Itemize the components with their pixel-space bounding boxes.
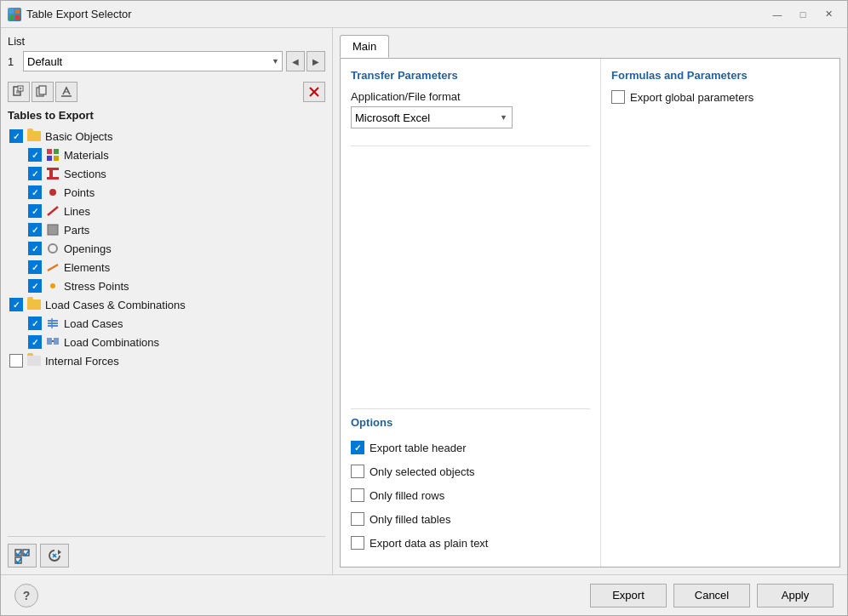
tree-item-elements[interactable]: Elements: [8, 258, 325, 277]
nav-next-button[interactable]: ▶: [307, 51, 325, 71]
checkbox-load-cases-comb[interactable]: [9, 298, 23, 311]
list-number: 1: [8, 55, 20, 68]
label-lines: Lines: [64, 205, 90, 218]
cb-export-global-params[interactable]: [611, 90, 625, 104]
app-format-label: Application/File format: [351, 90, 590, 103]
rename-button[interactable]: [55, 82, 77, 102]
svg-point-26: [49, 244, 57, 253]
icon-load-combinations: [45, 334, 60, 350]
main-window: Table Export Selector — □ ✕ List 1 Defau…: [0, 0, 848, 616]
cancel-button[interactable]: Cancel: [673, 584, 750, 607]
format-dropdown[interactable]: Microsoft Excel CSV Text: [351, 106, 513, 128]
icon-parts: [45, 222, 60, 237]
checkbox-lines[interactable]: [28, 204, 42, 218]
tree-item-load-combinations[interactable]: Load Combinations: [8, 333, 325, 351]
bottom-toolbar: [8, 536, 325, 568]
cb-only-selected-objects[interactable]: [351, 465, 364, 478]
tab-right: Formulas and Parameters Export global pa…: [601, 59, 839, 567]
checkbox-materials[interactable]: [28, 148, 42, 162]
apply-button[interactable]: Apply: [757, 584, 834, 607]
cb-export-table-header[interactable]: [351, 441, 364, 454]
svg-rect-3: [15, 15, 20, 20]
options-container: Options Export table header Only selecte…: [351, 408, 590, 556]
left-panel: List 1 Default ▼ ◀ ▶: [1, 28, 333, 574]
action-bar: ? Export Cancel Apply: [1, 574, 847, 615]
tree-item-parts[interactable]: Parts: [8, 220, 325, 239]
cb-only-filled-tables[interactable]: [351, 512, 364, 526]
label-sections: Sections: [64, 168, 106, 180]
duplicate-button[interactable]: [32, 82, 54, 102]
svg-rect-17: [54, 149, 59, 154]
tabs-row: Main: [340, 35, 840, 58]
tree-item-lines[interactable]: Lines: [8, 202, 325, 220]
svg-rect-2: [9, 15, 14, 20]
cb-export-plain-text[interactable]: [351, 536, 364, 550]
svg-rect-25: [48, 225, 58, 235]
tab-left: Transfer Parameters Application/File for…: [341, 59, 601, 567]
checkbox-load-combinations[interactable]: [28, 335, 42, 349]
svg-rect-22: [47, 177, 59, 180]
tables-label: Tables to Export: [8, 109, 325, 122]
tree-item-load-cases[interactable]: Load Cases: [8, 314, 325, 333]
label-load-cases: Load Cases: [64, 317, 123, 330]
list-row: 1 Default ▼ ◀ ▶: [8, 51, 325, 71]
label-export-table-header: Export table header: [370, 442, 466, 454]
checkbox-stress-points[interactable]: [28, 279, 42, 293]
tree-item-points[interactable]: Points: [8, 183, 325, 202]
toolbar-row: [8, 82, 325, 102]
checkbox-openings[interactable]: [28, 242, 42, 255]
svg-rect-11: [39, 86, 46, 94]
title-buttons: — □ ✕: [765, 6, 840, 23]
tree-item-openings[interactable]: Openings: [8, 239, 325, 258]
tree-item-stress-points[interactable]: Stress Points: [8, 277, 325, 295]
maximize-button[interactable]: □: [791, 6, 815, 23]
checkbox-load-cases[interactable]: [28, 317, 42, 330]
tree-item-sections[interactable]: Sections: [8, 164, 325, 183]
checkbox-points[interactable]: [28, 185, 42, 199]
help-button[interactable]: ?: [14, 584, 38, 607]
checkbox-internal-forces[interactable]: [9, 354, 23, 368]
svg-rect-31: [48, 322, 58, 324]
right-panel: Main Transfer Parameters Application/Fil…: [333, 28, 847, 574]
list-dropdown[interactable]: Default: [23, 51, 283, 71]
tree-item-internal-forces[interactable]: Internal Forces: [8, 351, 325, 370]
svg-rect-19: [54, 156, 59, 161]
icon-openings: [45, 241, 60, 256]
tree-item-basic-objects[interactable]: Basic Objects: [8, 127, 325, 145]
folder-icon-load-cases-comb: [26, 297, 42, 312]
checkbox-sections[interactable]: [28, 167, 42, 180]
option-row-plain-text: Export data as plain text: [351, 533, 590, 553]
action-left: ?: [14, 584, 38, 607]
export-button[interactable]: Export: [590, 584, 667, 607]
svg-rect-30: [48, 320, 58, 322]
label-stress-points: Stress Points: [64, 280, 129, 293]
icon-materials: [45, 147, 60, 163]
reset-button[interactable]: [40, 544, 69, 568]
tree-item-materials[interactable]: Materials: [8, 145, 325, 164]
label-export-plain-text: Export data as plain text: [370, 537, 488, 550]
checkbox-elements[interactable]: [28, 260, 42, 274]
close-button[interactable]: ✕: [816, 6, 840, 23]
nav-prev-button[interactable]: ◀: [286, 51, 305, 71]
svg-line-24: [48, 207, 58, 215]
svg-marker-40: [58, 550, 61, 555]
svg-rect-18: [47, 156, 52, 161]
tree-item-load-cases-comb[interactable]: Load Cases & Combinations: [8, 295, 325, 314]
delete-button[interactable]: [303, 82, 325, 102]
minimize-button[interactable]: —: [765, 6, 789, 23]
formulas-params-title: Formulas and Parameters: [611, 69, 829, 82]
transfer-parameters-title: Transfer Parameters: [351, 69, 590, 82]
svg-point-23: [49, 189, 56, 196]
cb-only-filled-rows[interactable]: [351, 488, 364, 502]
label-internal-forces: Internal Forces: [45, 355, 119, 368]
icon-sections: [45, 166, 60, 181]
check-all-button[interactable]: [8, 544, 37, 568]
tab-main[interactable]: Main: [340, 35, 389, 58]
icon-load-cases: [45, 316, 60, 331]
label-elements: Elements: [64, 261, 110, 274]
checkbox-parts[interactable]: [28, 223, 42, 237]
label-materials: Materials: [64, 149, 109, 162]
checkbox-basic-objects[interactable]: [9, 129, 23, 143]
new-list-button[interactable]: [8, 82, 30, 102]
tab-content: Transfer Parameters Application/File for…: [340, 58, 840, 568]
